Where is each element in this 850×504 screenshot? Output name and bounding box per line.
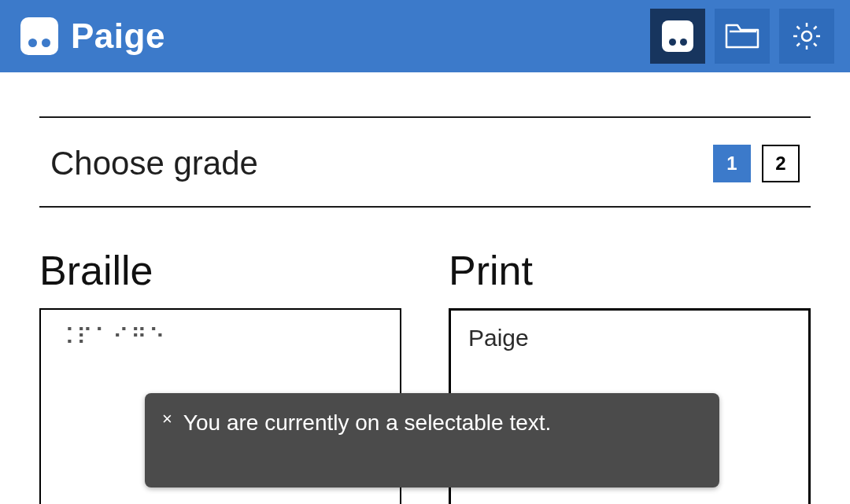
- paige-icon: [662, 20, 693, 52]
- nav-settings-button[interactable]: [779, 9, 834, 64]
- nav-home-button[interactable]: [650, 9, 705, 64]
- grade-option-1[interactable]: 1: [713, 145, 751, 182]
- close-icon[interactable]: ×: [162, 407, 172, 428]
- grade-option-2[interactable]: 2: [762, 145, 800, 182]
- grade-selector-row: Choose grade 1 2: [39, 118, 811, 206]
- svg-point-0: [802, 31, 811, 41]
- nav-files-button[interactable]: [715, 9, 770, 64]
- grade-label: Choose grade: [50, 145, 258, 182]
- braille-title: Braille: [39, 247, 401, 294]
- toast-message: You are currently on a selectable text.: [183, 407, 551, 437]
- accessibility-toast: × You are currently on a selectable text…: [145, 393, 719, 487]
- app-header: Paige: [0, 0, 850, 72]
- paige-logo-icon: [20, 17, 58, 55]
- brand: Paige: [20, 17, 165, 56]
- divider: [39, 206, 811, 208]
- print-title: Print: [449, 247, 811, 294]
- grade-buttons: 1 2: [713, 145, 800, 182]
- gear-icon: [790, 20, 823, 53]
- folder-icon: [725, 22, 759, 50]
- brand-name: Paige: [71, 17, 165, 56]
